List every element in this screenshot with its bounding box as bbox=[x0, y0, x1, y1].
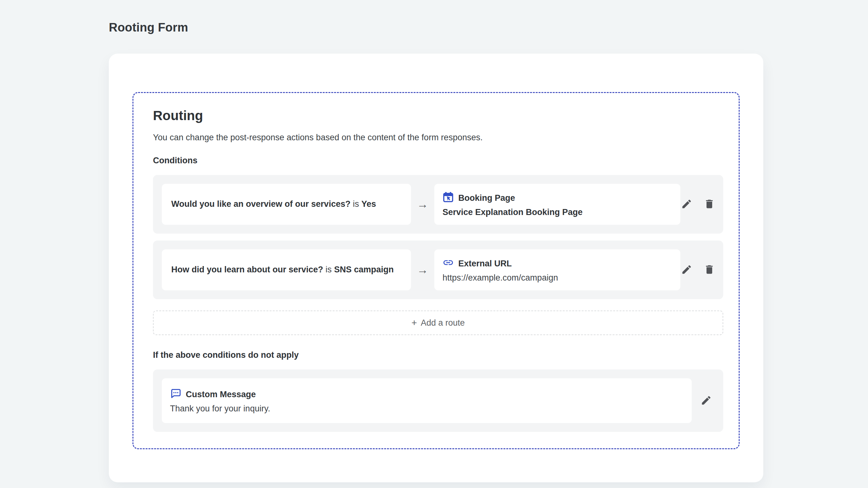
action-card: External URL https://example.com/campaig… bbox=[434, 249, 680, 290]
add-route-button[interactable]: + Add a route bbox=[153, 311, 723, 335]
edit-condition-button[interactable] bbox=[680, 198, 693, 210]
row-actions bbox=[700, 394, 714, 407]
trash-icon bbox=[704, 264, 715, 276]
action-detail: https://example.com/campaign bbox=[442, 273, 672, 283]
trash-icon bbox=[704, 198, 715, 210]
routing-description: You can change the post-response actions… bbox=[153, 133, 719, 142]
form-settings-card: Routing You can change the post-response… bbox=[109, 54, 763, 482]
condition-card: Would you like an overview of our servic… bbox=[162, 184, 411, 225]
pencil-icon bbox=[701, 395, 712, 407]
condition-operator: is bbox=[353, 199, 359, 209]
condition-text: How did you learn about our service? is … bbox=[171, 263, 394, 276]
condition-row-2: How did you learn about our service? is … bbox=[153, 240, 723, 299]
delete-condition-button[interactable] bbox=[703, 264, 716, 276]
condition-question: Would you like an overview of our servic… bbox=[171, 199, 350, 209]
action-detail: Service Explanation Booking Page bbox=[442, 207, 672, 217]
booking-page-icon bbox=[442, 191, 454, 205]
condition-answer: SNS campaign bbox=[334, 265, 394, 274]
routing-section[interactable]: Routing You can change the post-response… bbox=[132, 92, 740, 449]
condition-card: How did you learn about our service? is … bbox=[162, 249, 411, 290]
fallback-action-card: Custom Message Thank you for your inquir… bbox=[162, 378, 692, 423]
pencil-icon bbox=[681, 198, 692, 210]
add-route-label: Add a route bbox=[421, 318, 465, 328]
arrow-right-icon: → bbox=[417, 199, 428, 210]
delete-condition-button[interactable] bbox=[703, 198, 716, 210]
pencil-icon bbox=[681, 264, 692, 276]
plus-icon: + bbox=[411, 318, 417, 328]
condition-row-1: Would you like an overview of our servic… bbox=[153, 175, 723, 234]
action-detail: Thank you for your inquiry. bbox=[170, 404, 683, 414]
conditions-label: Conditions bbox=[153, 156, 719, 165]
routing-heading: Routing bbox=[153, 108, 719, 123]
fallback-row: Custom Message Thank you for your inquir… bbox=[153, 369, 723, 432]
row-actions bbox=[680, 264, 718, 276]
condition-operator: is bbox=[326, 265, 332, 274]
action-type-label: Custom Message bbox=[186, 390, 256, 399]
row-actions bbox=[680, 198, 718, 210]
action-card: Booking Page Service Explanation Booking… bbox=[434, 184, 680, 225]
arrow-right-icon: → bbox=[417, 264, 428, 275]
action-type-label: External URL bbox=[458, 259, 512, 269]
condition-question: How did you learn about our service? bbox=[171, 265, 323, 274]
condition-answer: Yes bbox=[362, 199, 376, 209]
edit-condition-button[interactable] bbox=[680, 264, 693, 276]
condition-text: Would you like an overview of our servic… bbox=[171, 198, 376, 211]
page-title: Rooting Form bbox=[109, 21, 188, 34]
edit-fallback-button[interactable] bbox=[700, 394, 713, 407]
action-type-label: Booking Page bbox=[458, 193, 515, 203]
fallback-label: If the above conditions do not apply bbox=[153, 350, 719, 360]
custom-message-icon bbox=[170, 388, 181, 401]
external-url-icon bbox=[442, 257, 454, 270]
